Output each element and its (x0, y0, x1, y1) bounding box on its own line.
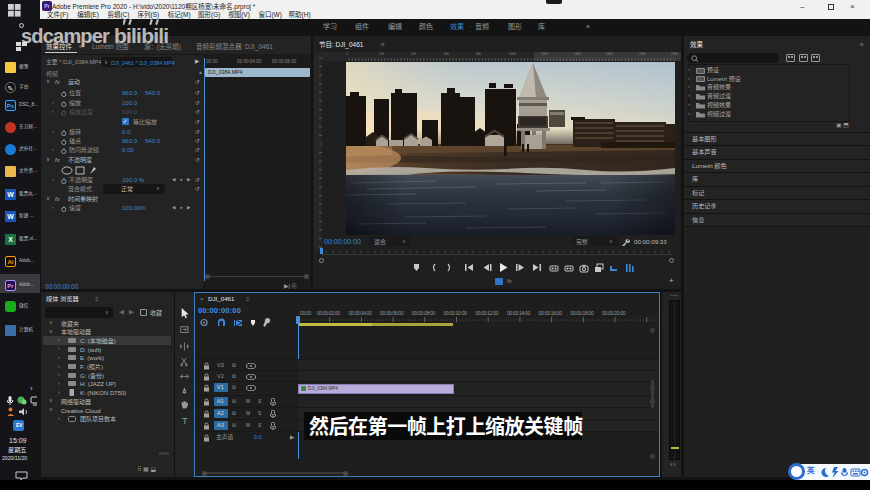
svg-text:T: T (182, 416, 188, 426)
